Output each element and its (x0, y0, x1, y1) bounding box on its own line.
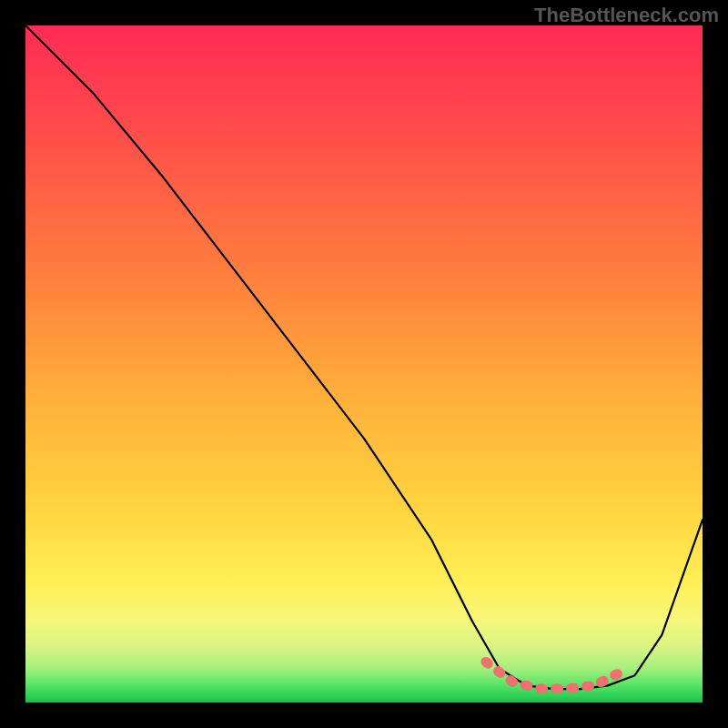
watermark-text: TheBottleneck.com (534, 4, 719, 27)
chart-canvas (25, 25, 703, 703)
gradient-background (25, 25, 703, 703)
